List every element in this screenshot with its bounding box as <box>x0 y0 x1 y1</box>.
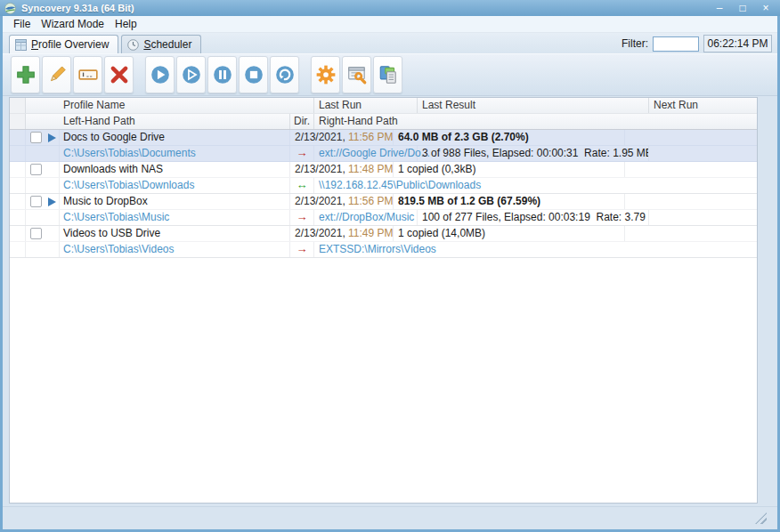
left-hand-path: C:\Users\Tobias\Music <box>60 210 290 225</box>
menu-wizard-mode[interactable]: Wizard Mode <box>36 17 110 31</box>
checkbox-cell <box>26 130 60 145</box>
menu-file[interactable]: File <box>8 17 36 31</box>
menu-help[interactable]: Help <box>110 17 142 31</box>
row-indicator-cell <box>10 226 26 241</box>
last-result-value: 1 copied (14,0MB) <box>394 226 625 241</box>
minimize-button[interactable]: – <box>712 2 727 14</box>
next-run-value <box>625 162 757 177</box>
result-detail <box>418 242 649 257</box>
pause-icon <box>212 64 233 85</box>
last-run-value: 2/13/2021, 11:49 PM <box>290 226 394 241</box>
filter-input[interactable] <box>653 36 699 52</box>
next-run-value <box>649 146 757 161</box>
column-header-last-run[interactable]: Last Run <box>314 98 418 113</box>
profile-row-0-paths[interactable]: C:\Users\Tobias\Documents→ext://Google D… <box>10 146 757 162</box>
plus-icon <box>15 64 37 85</box>
column-header-next-run[interactable]: Next Run <box>649 98 757 113</box>
table-header-row-1: Profile Name Last Run Last Result Next R… <box>10 98 757 114</box>
column-header-left-hand-path[interactable]: Left-Hand Path <box>26 114 290 129</box>
close-button[interactable]: × <box>759 2 773 14</box>
profile-checkbox[interactable] <box>30 228 42 239</box>
clock-display: 06:22:14 PM <box>703 35 772 52</box>
checkbox-cell <box>26 210 60 225</box>
column-header-last-result[interactable]: Last Result <box>418 98 649 113</box>
result-detail <box>418 178 649 193</box>
play-icon <box>150 64 171 85</box>
checkbox-cell <box>26 146 60 161</box>
profile-row-2-paths[interactable]: C:\Users\Tobias\Music→ext://DropBox/Musi… <box>10 210 757 226</box>
syncovery-logo-icon <box>4 3 16 14</box>
direction-arrow-icon: ↔ <box>290 178 314 193</box>
window-title: Syncovery 9.31a (64 Bit) <box>21 3 134 13</box>
row-indicator-cell <box>10 210 26 225</box>
checkbox-cell <box>26 226 60 241</box>
profile-name: Downloads with NAS <box>60 162 290 177</box>
right-hand-path: \\192.168.12.45\Public\Downloads <box>314 178 418 193</box>
column-header-right-hand-path[interactable]: Right-Hand Path <box>314 114 757 129</box>
profile-overview-icon <box>15 39 27 51</box>
next-run-value <box>649 242 757 257</box>
profile-row-1-paths[interactable]: C:\Users\Tobias\Downloads↔\\192.168.12.4… <box>10 178 757 194</box>
content-area: Profile Name Last Run Last Result Next R… <box>3 96 777 506</box>
row-indicator-cell <box>10 162 26 177</box>
result-detail: 100 of 277 Files, Elapsed: 00:03:19 Rate… <box>418 210 649 225</box>
row-indicator-cell <box>10 194 26 209</box>
profile-tools-button[interactable] <box>342 56 371 93</box>
left-hand-path: C:\Users\Tobias\Videos <box>60 242 290 257</box>
delete-x-icon <box>109 64 130 85</box>
stop-button[interactable] <box>239 56 268 93</box>
row-indicator-cell <box>10 146 26 161</box>
add-profile-button[interactable] <box>11 56 40 93</box>
tab-bar: Profile Overview Scheduler Filter: 06:22… <box>3 33 777 53</box>
next-run-value <box>625 226 757 241</box>
tab-scheduler[interactable]: Scheduler <box>121 35 201 53</box>
profile-list-panel: Profile Name Last Run Last Result Next R… <box>9 97 758 504</box>
tab-profile-overview[interactable]: Profile Overview <box>9 35 118 53</box>
tab-scheduler-label: Scheduler <box>143 38 191 51</box>
profile-name: Videos to USB Drive <box>60 226 290 241</box>
stop-icon <box>243 64 264 85</box>
program-settings-button[interactable] <box>311 56 340 93</box>
profile-name: Music to DropBox <box>60 194 290 209</box>
run-profile-button[interactable] <box>145 56 175 93</box>
window-body: File Wizard Mode Help Profile Overview <box>3 16 777 529</box>
header-indicator-column <box>10 98 26 113</box>
pause-button[interactable] <box>207 56 237 93</box>
syncovery-window: Syncovery 9.31a (64 Bit) – □ × File Wiza… <box>0 0 780 532</box>
copy-profiles-button[interactable] <box>373 56 402 93</box>
next-run-value <box>625 194 757 209</box>
rename-field-icon <box>77 64 99 85</box>
rename-profile-button[interactable] <box>73 56 102 93</box>
profile-row-3[interactable]: Videos to USB Drive2/13/2021, 11:49 PM1 … <box>10 226 757 242</box>
profile-name: Docs to Google Drive <box>60 130 290 145</box>
profile-checkbox[interactable] <box>30 132 42 143</box>
last-run-value: 2/13/2021, 11:56 PM <box>290 194 394 209</box>
checkbox-cell <box>26 162 60 177</box>
direction-arrow-icon: → <box>290 210 314 225</box>
copy-documents-icon <box>378 64 399 85</box>
delete-profile-button[interactable] <box>104 56 134 93</box>
next-run-value <box>649 178 757 193</box>
restart-button[interactable] <box>270 56 299 93</box>
checkbox-cell <box>26 178 60 193</box>
profile-row-1[interactable]: Downloads with NAS2/13/2021, 11:48 PM1 c… <box>10 162 757 178</box>
resize-grip[interactable] <box>755 512 767 524</box>
column-header-dir[interactable]: Dir. <box>290 114 314 129</box>
profile-checkbox[interactable] <box>30 196 42 207</box>
run-unattended-button[interactable] <box>176 56 206 93</box>
profile-row-0[interactable]: Docs to Google Drive2/13/2021, 11:56 PM6… <box>10 130 757 146</box>
edit-profile-button[interactable] <box>42 56 71 93</box>
right-hand-path: EXTSSD:\Mirrors\Videos <box>314 242 418 257</box>
last-result-value: 64.0 MB of 2.3 GB (2.70%) <box>394 130 625 145</box>
result-detail: 3 of 988 Files, Elapsed: 00:00:31 Rate: … <box>418 146 649 161</box>
profile-row-2[interactable]: Music to DropBox2/13/2021, 11:56 PM819.5… <box>10 194 757 210</box>
filter-label: Filter: <box>622 37 648 50</box>
column-header-profile-name[interactable]: Profile Name <box>26 98 314 113</box>
profile-row-3-paths[interactable]: C:\Users\Tobias\Videos→EXTSSD:\Mirrors\V… <box>10 242 757 258</box>
left-hand-path: C:\Users\Tobias\Documents <box>60 146 290 161</box>
direction-arrow-icon: → <box>290 242 314 257</box>
profile-checkbox[interactable] <box>30 164 42 175</box>
maximize-button[interactable]: □ <box>735 2 750 14</box>
window-titlebar[interactable]: Syncovery 9.31a (64 Bit) – □ × <box>0 0 780 16</box>
clock-icon <box>127 39 139 51</box>
